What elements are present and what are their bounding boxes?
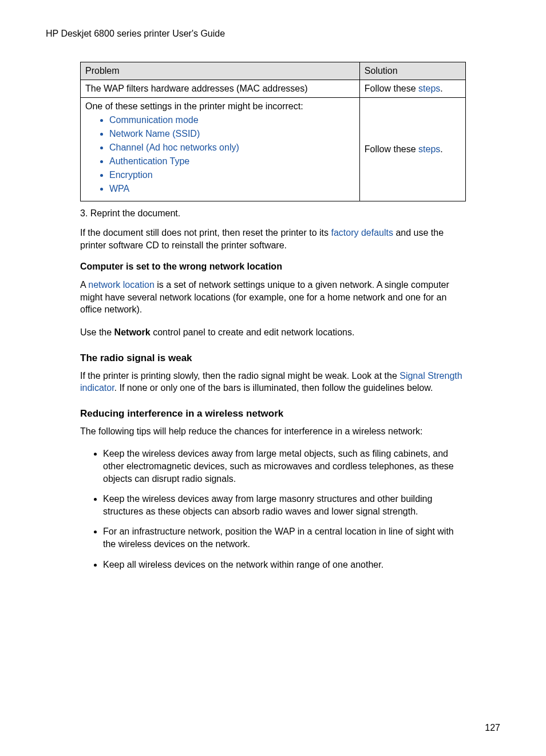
tip-metal: Keep the wireless devices away from larg… bbox=[103, 448, 466, 485]
para-signal: If the printer is printing slowly, then … bbox=[80, 370, 466, 394]
problem-table: Problem Solution The WAP filters hardwar… bbox=[80, 62, 466, 201]
tip-masonry: Keep the wireless devices away from larg… bbox=[103, 493, 466, 517]
row2-item-ssid[interactable]: Network Name (SSID) bbox=[109, 129, 355, 139]
row2-item-wpa[interactable]: WPA bbox=[109, 184, 355, 194]
row1-sol-prefix: Follow these bbox=[365, 84, 418, 93]
para2-a: A bbox=[80, 280, 88, 290]
para3-a: Use the bbox=[80, 327, 114, 337]
row2-item-auth[interactable]: Authentication Type bbox=[109, 156, 355, 167]
th-problem: Problem bbox=[81, 62, 360, 80]
tip-wap-position: For an infrastructure network, position … bbox=[103, 525, 466, 550]
para3-b: control panel to create and edit network… bbox=[151, 327, 355, 337]
th-solution: Solution bbox=[359, 62, 465, 80]
row2-list: Communication mode Network Name (SSID) C… bbox=[85, 115, 355, 194]
heading-reduce-interference: Reducing interference in a wireless netw… bbox=[80, 408, 466, 419]
para3-bold: Network bbox=[114, 327, 151, 337]
para4-b: . If none or only one of the bars is ill… bbox=[114, 383, 433, 393]
row2-problem: One of these settings in the printer mig… bbox=[81, 98, 360, 201]
link-network-location[interactable]: network location bbox=[88, 280, 155, 290]
page-number: 127 bbox=[485, 723, 500, 733]
para4-a: If the printer is printing slowly, then … bbox=[80, 371, 399, 381]
row2-solution: Follow these steps. bbox=[359, 98, 465, 201]
para-network-location: A network location is a set of network s… bbox=[80, 279, 466, 316]
para-network-panel: Use the Network control panel to create … bbox=[80, 326, 466, 339]
row1-sol-link[interactable]: steps bbox=[418, 84, 440, 93]
row1-solution: Follow these steps. bbox=[359, 80, 465, 98]
para1-a: If the document still does not print, th… bbox=[80, 228, 331, 238]
page-header: HP Deskjet 6800 series printer User's Gu… bbox=[46, 29, 500, 39]
tips-list: Keep the wireless devices away from larg… bbox=[80, 448, 466, 571]
row2-sol-link[interactable]: steps bbox=[418, 144, 440, 154]
heading-radio-weak: The radio signal is weak bbox=[80, 353, 466, 364]
link-factory-defaults[interactable]: factory defaults bbox=[331, 228, 393, 238]
tip-range: Keep all wireless devices on the network… bbox=[103, 559, 466, 571]
row2-item-comm-mode[interactable]: Communication mode bbox=[109, 115, 355, 125]
row2-intro: One of these settings in the printer mig… bbox=[85, 101, 355, 112]
para-tips-intro: The following tips will help reduce the … bbox=[80, 425, 466, 438]
subhead-wrong-location: Computer is set to the wrong network loc… bbox=[80, 262, 466, 272]
para-factory-defaults: If the document still does not print, th… bbox=[80, 227, 466, 251]
row1-problem: The WAP filters hardware addresses (MAC … bbox=[81, 80, 360, 98]
row2-sol-prefix: Follow these bbox=[365, 144, 418, 154]
step-3: 3. Reprint the document. bbox=[46, 208, 500, 219]
row2-item-encryption[interactable]: Encryption bbox=[109, 170, 355, 180]
row2-item-channel[interactable]: Channel (Ad hoc networks only) bbox=[109, 143, 355, 153]
